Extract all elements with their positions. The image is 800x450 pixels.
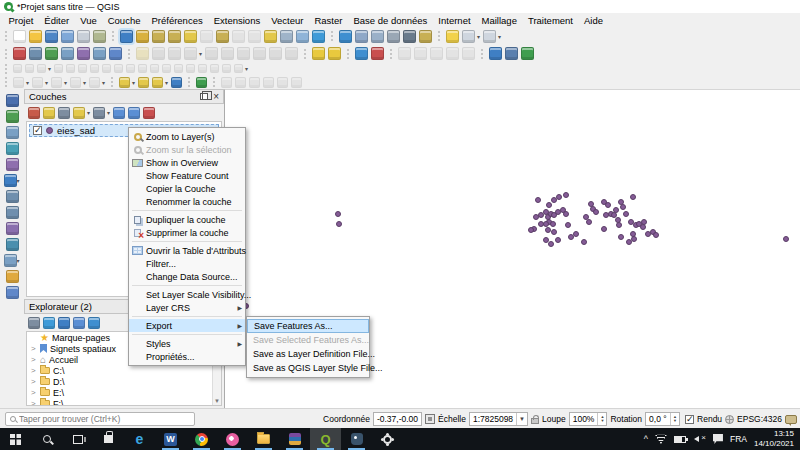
filter-browser-button[interactable]: [58, 317, 70, 329]
context-menu-item-renommer-la-couche[interactable]: Renommer la couche: [129, 195, 245, 208]
menu-traitement[interactable]: Traitement: [522, 15, 578, 26]
open-layer-styling-panel-button[interactable]: [28, 107, 40, 119]
context-menu-item-zoom-sur-la-selection[interactable]: Zoom sur la sélection: [129, 143, 245, 156]
context-menu-item-show-feature-count[interactable]: Show Feature Count: [129, 169, 245, 182]
layer-visibility-checkbox[interactable]: [33, 126, 42, 135]
move-feature-button[interactable]: [25, 64, 34, 73]
tray-chevron-icon[interactable]: ^: [644, 434, 648, 444]
remove-layer-button[interactable]: [143, 107, 155, 119]
add-group-button[interactable]: [43, 107, 55, 119]
add-spatialite-layer-button[interactable]: [6, 190, 19, 203]
new-map-view-button[interactable]: [264, 30, 277, 43]
add-ring-button[interactable]: [78, 64, 87, 73]
toolbar-handle-icon[interactable]: [304, 49, 306, 59]
context-menu-item-ouvrir-la-table-d-attributs[interactable]: Ouvrir la Table d'Attributs: [129, 244, 245, 257]
menu-vue[interactable]: Vue: [75, 15, 103, 26]
taskbar-word-button[interactable]: W: [155, 428, 186, 450]
refresh-map-button[interactable]: [312, 30, 325, 43]
delete-part-button[interactable]: [126, 64, 135, 73]
cut-features-button[interactable]: [253, 47, 266, 60]
new-project-button[interactable]: [13, 30, 26, 43]
expander-icon[interactable]: >: [31, 377, 37, 386]
text-annotation-button[interactable]: [483, 30, 496, 43]
label-tool-6-button[interactable]: [291, 77, 302, 88]
processing-toolbox-button[interactable]: [521, 47, 534, 60]
add-oracle-layer-button[interactable]: [6, 222, 19, 235]
extents-icon[interactable]: [425, 414, 435, 424]
browser-item-f[interactable]: >F:\: [27, 398, 221, 406]
add-raster-layer-button[interactable]: [61, 47, 74, 60]
delete-selected-button[interactable]: [237, 47, 250, 60]
split-parts-button[interactable]: [174, 64, 183, 73]
scale-combo[interactable]: 1:7825098▼: [469, 412, 528, 426]
taskbar-chrome-button[interactable]: [186, 428, 217, 450]
pan-map-to-selection-button[interactable]: [136, 30, 149, 43]
taskbar-clock[interactable]: 13:15 14/10/2021: [754, 429, 794, 449]
browser-item-e[interactable]: >E:\: [27, 387, 221, 398]
vertex-tool-button[interactable]: [221, 47, 234, 60]
menu-maillage[interactable]: Maillage: [476, 15, 522, 26]
zoom-in-button[interactable]: [152, 30, 165, 43]
select-by-form-button[interactable]: [171, 77, 182, 88]
toolbar-handle-icon[interactable]: [5, 77, 7, 87]
processing-options-button[interactable]: [387, 30, 400, 43]
menu-editer[interactable]: Éditer: [39, 15, 75, 26]
zoom-to-layer-button[interactable]: [216, 30, 229, 43]
context-menu-item-change-data-source[interactable]: Change Data Source...: [129, 270, 245, 283]
context-menu-item-set-layer-scale-visibility[interactable]: Set Layer Scale Visibility...: [129, 288, 245, 301]
add-vector-layer-button[interactable]: [45, 47, 58, 60]
context-menu-item-supprimer-la-couche[interactable]: Supprimer la couche: [129, 226, 245, 239]
taskbar-settings-button[interactable]: [372, 428, 403, 450]
simplify-feature-button[interactable]: [66, 64, 75, 73]
volume-muted-icon[interactable]: [693, 434, 706, 444]
taskbar-store-button[interactable]: [93, 428, 124, 450]
change-label-button[interactable]: [462, 47, 475, 60]
open-project-button[interactable]: [29, 30, 42, 43]
deselect-features-button[interactable]: [70, 77, 81, 88]
toolbar-handle-icon[interactable]: [438, 31, 440, 41]
expander-icon[interactable]: >: [31, 344, 37, 353]
submenu-item-save-features-as[interactable]: Save Features As...: [247, 319, 369, 333]
data-source-manager-button[interactable]: [6, 94, 19, 107]
new-3d-map-view-button[interactable]: [280, 30, 293, 43]
taskbar-task-view-button[interactable]: [62, 428, 93, 450]
taskbar-search-button[interactable]: [31, 428, 62, 450]
select-by-expression-button[interactable]: [152, 77, 163, 88]
taskbar-postgresql-button[interactable]: [341, 428, 372, 450]
paste-features-button[interactable]: [285, 47, 298, 60]
merge-features-button[interactable]: [186, 64, 195, 73]
scroll-down-icon[interactable]: ▼: [214, 397, 220, 405]
filter-by-expression-button[interactable]: [93, 107, 105, 119]
taskbar-qgis-button[interactable]: Q: [310, 428, 341, 450]
context-menu-item-dupliquer-la-couche[interactable]: Dupliquer la couche: [129, 213, 245, 226]
temporal-controller-button[interactable]: [296, 30, 309, 43]
locator-input[interactable]: [19, 414, 190, 424]
offset-point-symbol-button[interactable]: [222, 64, 231, 73]
context-menu-item-filtrer[interactable]: Filtrer...: [129, 257, 245, 270]
show-layout-manager-button[interactable]: [93, 30, 106, 43]
db-manager-button[interactable]: [29, 47, 42, 60]
toggle-editing-button[interactable]: [152, 47, 165, 60]
current-edits-button[interactable]: [136, 47, 149, 60]
add-vector-layer-button[interactable]: [6, 110, 19, 123]
offset-curve-button[interactable]: [138, 64, 147, 73]
toolbar-handle-icon[interactable]: [112, 31, 114, 41]
toolbar-handle-icon[interactable]: [481, 49, 483, 59]
save-project-as-button[interactable]: [61, 30, 74, 43]
rotate-feature-button[interactable]: [54, 64, 63, 73]
open-field-calculator-button[interactable]: [371, 30, 384, 43]
browser-properties-button[interactable]: [88, 317, 100, 329]
toolbar-handle-icon[interactable]: [331, 31, 333, 41]
toolbar-handle-icon[interactable]: [5, 49, 7, 59]
expander-icon[interactable]: >: [31, 399, 37, 406]
delete-ring-button[interactable]: [114, 64, 123, 73]
highlight-pinned-labels-button[interactable]: [355, 47, 368, 60]
chevron-down-icon[interactable]: ▼: [516, 413, 527, 425]
submenu-item-save-selected-features-as[interactable]: Save Selected Features As...: [247, 333, 369, 347]
notification-icon[interactable]: [713, 434, 723, 444]
label-tool-3-button[interactable]: [249, 77, 260, 88]
spinner-arrows-icon[interactable]: ▲▼: [597, 413, 606, 425]
menu-base-de-donnees[interactable]: Base de données: [348, 15, 433, 26]
toggle-processing-toolbox-button[interactable]: [196, 77, 207, 88]
filter-legend-button[interactable]: [73, 107, 85, 119]
